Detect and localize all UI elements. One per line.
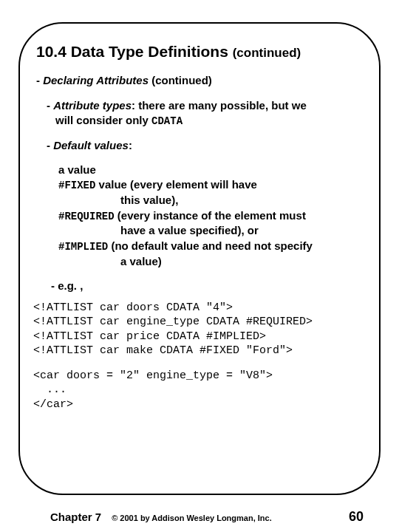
eg-label: - e.g. ,: [36, 279, 363, 292]
code-example-attlist: <!ATTLIST car doors CDATA "4"> <!ATTLIST…: [33, 301, 363, 358]
sub-label: Declaring Attributes: [43, 74, 149, 86]
dash: -: [47, 99, 53, 112]
code-example-car: <car doors = "2" engine_type = "V8"> ...…: [33, 369, 363, 412]
attr-types-text2: will consider only: [47, 114, 151, 126]
defvals-label: Default values: [53, 139, 129, 151]
default-values-heading: - Default values:: [36, 138, 363, 153]
implied-token: #IMPLIED: [58, 241, 108, 253]
required-text-cont: have a value specified), or: [58, 223, 363, 238]
footer-page-number: 60: [349, 509, 364, 525]
implied-text-cont: a value): [58, 254, 363, 269]
attr-types-label: Attribute types: [53, 99, 132, 112]
footer-copyright: © 2001 by Addison Wesley Longman, Inc.: [112, 514, 349, 522]
dash: -: [47, 139, 53, 151]
defvals-colon: :: [129, 139, 132, 151]
slide-footer: Chapter 7 © 2001 by Addison Wesley Longm…: [0, 509, 399, 525]
required-token: #REQUIRED: [58, 211, 115, 222]
footer-chapter: Chapter 7: [50, 511, 101, 523]
attr-types-text1: : there are many possible, but we: [132, 99, 307, 112]
dash: -: [36, 74, 43, 86]
value-a-value: a value: [58, 163, 96, 176]
slide-title: 10.4 Data Type Definitions (continued): [36, 43, 363, 61]
fixed-text: value (every element will have: [95, 178, 256, 191]
required-text: (every instance of the element must: [115, 209, 306, 222]
subheading-declaring-attributes: - Declaring Attributes (continued): [36, 74, 363, 86]
fixed-text-cont: this value),: [58, 193, 363, 208]
default-values-list: a value #FIXED value (every element will…: [36, 163, 363, 269]
slide-frame: 10.4 Data Type Definitions (continued) -…: [18, 22, 381, 495]
title-continued: (continued): [233, 46, 301, 60]
attribute-types-block: - Attribute types: there are many possib…: [36, 98, 363, 128]
fixed-token: #FIXED: [58, 180, 95, 191]
implied-text: (no default value and need not specify: [108, 239, 313, 252]
cdata-token: CDATA: [151, 115, 183, 127]
title-main: 10.4 Data Type Definitions: [36, 43, 228, 60]
sub-continued: (continued): [149, 74, 212, 86]
